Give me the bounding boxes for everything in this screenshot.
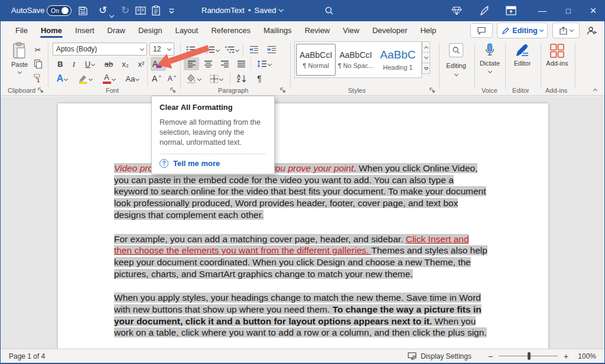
quick-access-more-button[interactable]	[167, 7, 175, 15]
font-dialog-launcher[interactable]	[170, 87, 177, 94]
style-card--normal[interactable]: AaBbCcI¶ Normal	[296, 44, 336, 76]
text-effects-button[interactable]: A	[53, 72, 71, 85]
autosave-state: On	[51, 7, 59, 14]
line-spacing-button[interactable]	[253, 57, 275, 70]
decrease-indent-button[interactable]	[246, 43, 262, 56]
selected-text: When you apply styles, your headings cha…	[114, 292, 487, 337]
font-color-button[interactable]: A	[99, 72, 119, 85]
highlight-color-button[interactable]	[75, 72, 95, 85]
editor-group-label: Editor	[512, 87, 529, 94]
zoom-in-button[interactable]: +	[564, 352, 568, 361]
document-title[interactable]: RandomText • Saved	[201, 6, 283, 15]
styles-dialog-launcher[interactable]	[429, 87, 436, 94]
font-name-select[interactable]: Aptos (Body)	[53, 43, 147, 56]
align-left-button[interactable]	[184, 57, 199, 70]
pen-sparkle-icon	[479, 5, 490, 16]
styles-more-button[interactable]	[422, 63, 430, 74]
copy-button[interactable]	[31, 58, 44, 70]
show-formatting-button[interactable]: ¶	[252, 72, 266, 85]
numbering-button[interactable]: 123	[203, 43, 221, 56]
clear-formatting-button[interactable]: A	[151, 57, 166, 71]
tell-me-more-link[interactable]: ? Tell me more	[160, 159, 266, 168]
multilevel-list-button[interactable]	[223, 43, 240, 56]
paragraph[interactable]: When you apply styles, your headings cha…	[114, 292, 489, 339]
styles-scroll-up-button[interactable]	[422, 41, 430, 53]
bullets-button[interactable]	[184, 43, 201, 56]
paragraph-dialog-launcher[interactable]	[279, 87, 287, 94]
zoom-level[interactable]: 100%	[578, 352, 596, 360]
addins-button[interactable]: Add-ins	[543, 43, 571, 67]
clipboard-dialog-launcher[interactable]	[37, 87, 44, 94]
bold-button[interactable]: B	[54, 57, 67, 70]
subscript-button[interactable]: x₂	[118, 57, 133, 70]
zoom-slider[interactable]	[499, 356, 558, 357]
minimize-button[interactable]: —	[530, 0, 555, 21]
search-button[interactable]	[323, 5, 336, 17]
maximize-button[interactable]: □	[556, 0, 581, 21]
editing-mode-button[interactable]: Editing	[497, 22, 548, 38]
undo-dropdown[interactable]	[110, 9, 113, 20]
paste-button[interactable]: Paste	[6, 42, 32, 83]
increase-indent-button[interactable]	[264, 43, 279, 56]
paragraph[interactable]: For example, you can add a matching cove…	[114, 233, 489, 280]
paste-options-button[interactable]	[149, 4, 162, 17]
share-button[interactable]	[552, 22, 580, 38]
comments-button[interactable]	[470, 23, 493, 38]
undo-button[interactable]: ↺	[96, 4, 109, 17]
grow-font-button[interactable]: A˄	[149, 72, 164, 85]
style-name: Heading 1	[383, 64, 412, 71]
dictate-button[interactable]: Dictate	[477, 43, 503, 73]
menu-tab-layout[interactable]: Layout	[168, 21, 204, 39]
presence-button[interactable]	[584, 24, 599, 37]
styles-scroll-down-button[interactable]	[422, 52, 430, 63]
font-size-select[interactable]: 12	[149, 43, 174, 56]
zoom-out-button[interactable]: −	[488, 352, 493, 361]
document-page[interactable]: Video provides a powerful way to help yo…	[58, 103, 548, 350]
tooltip-body: Remove all formatting from the selection…	[160, 118, 266, 148]
ribbon-display-options-button[interactable]	[504, 4, 518, 17]
premium-button[interactable]	[450, 4, 464, 17]
cut-button[interactable]: ✂	[31, 44, 44, 56]
align-right-button[interactable]	[217, 57, 232, 70]
menu-tab-developer[interactable]: Developer	[366, 21, 414, 39]
menu-tab-design[interactable]: Design	[132, 21, 168, 39]
page-indicator[interactable]: Page 1 of 4	[9, 352, 45, 360]
menu-tab-file[interactable]: File	[9, 21, 34, 39]
menu-tab-insert[interactable]: Insert	[69, 21, 101, 39]
save-button[interactable]	[76, 5, 89, 17]
menu-tab-draw[interactable]: Draw	[101, 21, 132, 39]
style-card--no-spac-[interactable]: AaBbCcI¶ No Spac...	[336, 44, 375, 76]
menu-tab-help[interactable]: Help	[414, 21, 443, 39]
align-center-button[interactable]	[200, 57, 216, 70]
borders-button[interactable]	[206, 72, 226, 85]
search-icon	[324, 6, 334, 15]
menu-tab-references[interactable]: References	[204, 21, 256, 39]
draw-tools-button[interactable]	[477, 4, 491, 17]
justify-button[interactable]	[233, 57, 249, 70]
autosave-toggle[interactable]: On	[47, 5, 71, 16]
menu-tab-home[interactable]: Home	[34, 21, 69, 39]
menu-tab-mailings[interactable]: Mailings	[257, 21, 298, 39]
display-settings-button[interactable]: Display Settings	[408, 352, 471, 360]
close-button[interactable]: ×	[581, 0, 605, 21]
menu-tabs: FileHomeInsertDrawDesignLayoutReferences…	[9, 21, 443, 39]
font-color-chevron-icon	[111, 76, 115, 80]
collapse-ribbon-button[interactable]	[589, 84, 601, 95]
style-card-heading-1[interactable]: AaBbCHeading 1	[376, 44, 420, 76]
underline-button[interactable]: U	[81, 57, 99, 70]
format-painter-button[interactable]	[31, 72, 44, 84]
editor-button[interactable]: Editor	[509, 43, 536, 67]
italic-button[interactable]: I	[67, 57, 80, 70]
menu-tab-review[interactable]: Review	[298, 21, 337, 39]
sort-button[interactable]: AZ	[233, 72, 250, 85]
editing-group-button[interactable]: Editing	[443, 43, 470, 76]
zoom-slider-handle[interactable]	[528, 352, 531, 360]
shading-button[interactable]	[184, 72, 204, 85]
shrink-font-button[interactable]: A˅	[165, 72, 179, 85]
menu-tab-view[interactable]: View	[336, 21, 366, 39]
strikethrough-button[interactable]: ab	[101, 57, 116, 70]
document-text[interactable]: Video provides a powerful way to help yo…	[114, 162, 489, 350]
change-case-button[interactable]: Aa	[122, 72, 142, 85]
read-mode-button[interactable]	[134, 5, 147, 17]
style-preview: AaBbCcI	[300, 50, 332, 60]
